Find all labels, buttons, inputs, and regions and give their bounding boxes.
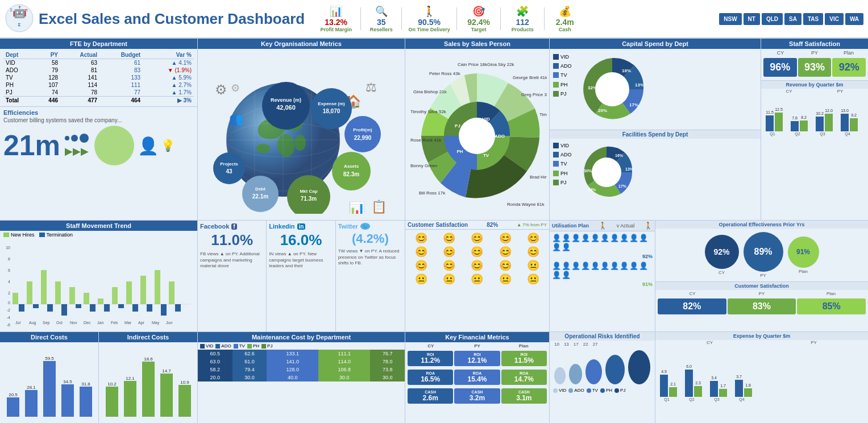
nav-qld[interactable]: QLD xyxy=(762,13,783,25)
linkedin-label: Linkedin xyxy=(269,223,294,230)
svg-text:Gina Bishop 21k: Gina Bishop 21k xyxy=(413,89,447,94)
twitter-panel: Twitter 🐦 (4.2%) TW views ▼ on PY. A red… xyxy=(336,221,405,331)
svg-text:Profit(m): Profit(m) xyxy=(353,127,372,132)
svg-rect-90 xyxy=(841,114,849,131)
svg-point-47 xyxy=(459,118,495,154)
svg-text:43: 43 xyxy=(226,168,232,175)
svg-text:-6: -6 xyxy=(7,323,10,327)
maintenance-section: Maintenance Cost by Department VID ADO T… xyxy=(198,332,405,423)
fte-section: FTE by Department Dept PY Actual Budget … xyxy=(0,39,198,220)
svg-text:2.1: 2.1 xyxy=(670,382,676,386)
face-happy: 😊 xyxy=(408,232,434,244)
staff-movement-section: Staff Movement Trend New Hires Terminati… xyxy=(0,221,198,331)
svg-text:May: May xyxy=(152,321,160,325)
twitter-icon: 🐦 xyxy=(360,223,370,230)
risk-values: 1013172227 xyxy=(550,341,655,348)
legend-vid: VID xyxy=(553,52,572,61)
svg-text:13%: 13% xyxy=(635,82,644,88)
svg-text:VID: VID xyxy=(482,117,490,122)
risk-bubble-5 xyxy=(628,350,650,384)
svg-text:34.5: 34.5 xyxy=(63,379,72,384)
face-happy: 😊 xyxy=(520,246,547,258)
svg-text:Jul: Jul xyxy=(15,321,20,325)
face-happy: 😊 xyxy=(435,232,462,244)
csat-py-val: 83% xyxy=(729,301,795,312)
nav-wa[interactable]: WA xyxy=(845,13,863,25)
svg-text:18,070: 18,070 xyxy=(323,108,340,114)
risk-bubble-3 xyxy=(585,359,602,384)
svg-text:8: 8 xyxy=(8,257,10,261)
facilities-title: Facilities Spend by Dept xyxy=(550,130,761,139)
arrow-icon: ▶▶▶ xyxy=(65,145,89,157)
svg-text:Q1: Q1 xyxy=(770,132,775,136)
face-happy: 😊 xyxy=(435,259,462,272)
legend-ph: PH xyxy=(553,80,572,89)
svg-text:3.4: 3.4 xyxy=(711,376,717,380)
svg-rect-117 xyxy=(76,304,81,308)
kpi-profit-margin: 📊 13.2% Profit Margin xyxy=(316,5,356,32)
header-title: Excel Sales and Customer Dashboard xyxy=(39,10,305,28)
svg-text:4.9: 4.9 xyxy=(661,370,667,374)
svg-rect-178 xyxy=(685,370,693,397)
nav-vic[interactable]: VIC xyxy=(825,13,844,25)
svg-point-66 xyxy=(595,72,629,106)
svg-rect-112 xyxy=(41,270,47,304)
expense-quarter-section: Expense by Quarter $m CYPY 4.9 2.1 6.0 2… xyxy=(655,332,868,423)
svg-text:16%: 16% xyxy=(615,154,624,157)
staff-satisfaction-section: Staff Satisfaction CYPYPlan 96% 93% 92% … xyxy=(761,39,868,220)
nav-sa[interactable]: SA xyxy=(784,13,801,25)
nav-nsw[interactable]: NSW xyxy=(719,13,741,25)
kpi-resellers-value: 35 xyxy=(366,18,397,27)
svg-text:18%: 18% xyxy=(622,68,631,73)
kpi-resellers-label: Resellers xyxy=(366,27,397,32)
svg-rect-121 xyxy=(104,304,110,312)
dashboard: 🤖 Σ π Σ Excel Sales and Customer Dashboa… xyxy=(0,0,868,423)
svg-rect-123 xyxy=(118,304,124,308)
svg-rect-110 xyxy=(27,281,32,304)
svg-text:⚙: ⚙ xyxy=(215,82,227,97)
csat-plan-val: 85% xyxy=(798,301,865,312)
tw-pct: (4.2%) xyxy=(338,231,402,246)
maint-row: 20.0 30.0 40.0 30.0 30.0 xyxy=(198,374,405,381)
util-title: Utilisation Plan xyxy=(552,223,589,229)
svg-text:12.5: 12.5 xyxy=(775,107,783,111)
face-neutral: 😐 xyxy=(464,273,491,285)
svg-text:ADO: ADO xyxy=(495,134,505,139)
svg-text:10: 10 xyxy=(6,246,10,250)
svg-rect-84 xyxy=(800,121,808,131)
big-number: 21m xyxy=(3,131,60,160)
svg-text:Q2: Q2 xyxy=(795,132,800,136)
fte-title: FTE by Department xyxy=(0,39,197,49)
svg-rect-150 xyxy=(61,384,74,417)
svg-text:2.3: 2.3 xyxy=(695,381,701,385)
util-icon1: 🚶 xyxy=(599,222,607,230)
svg-rect-167 xyxy=(178,385,191,417)
social-section: Facebook f 11.0% FB views ▲ on PY. Addit… xyxy=(198,221,405,331)
csat-py-box: 83% xyxy=(728,298,796,314)
kpi-target-value: 92.4% xyxy=(462,18,496,27)
legend-ado: ADO xyxy=(553,61,572,70)
svg-text:Revenue (m): Revenue (m) xyxy=(271,97,301,103)
cust-satisfaction-section: Customer Satisfaction 82% ▲ 7% from PY 😊… xyxy=(405,221,550,331)
utilisation-people: 👤👤 👤👤 👤👤 👤👤 👤👤 👤👤 xyxy=(550,231,655,254)
fac-legend-pj: PJ xyxy=(553,178,572,187)
col-py: PY xyxy=(35,51,60,59)
customer-faces-grid: 😊 😊 😊 😊 😊 😊 😊 😊 😊 😊 😊 😊 😊 😊 😐 😐 😐 😐 xyxy=(405,230,549,288)
svg-rect-92 xyxy=(850,118,858,131)
svg-rect-108 xyxy=(13,293,18,304)
svg-text:Brad Hind 35k: Brad Hind 35k xyxy=(530,175,547,180)
svg-rect-80 xyxy=(775,113,783,131)
dot-lg xyxy=(80,134,89,143)
svg-text:-2: -2 xyxy=(7,308,10,312)
utilisation-section: Utilisation Plan 🚶 v Actual 🚶 👤👤 👤👤 👤👤 👤… xyxy=(550,221,655,331)
maint-row: 63.0 61.0 141.0 114.0 78.0 xyxy=(198,358,405,366)
svg-rect-127 xyxy=(147,304,152,312)
org-metrics-chart: ⚙ ⚙ 👥 🏠 ⚖ 📊 📋 xyxy=(198,49,405,214)
svg-text:Mar: Mar xyxy=(124,321,132,325)
nav-nt[interactable]: NT xyxy=(744,13,760,25)
nav-tas[interactable]: TAS xyxy=(803,13,823,25)
sat-cy-box: 96% xyxy=(763,58,797,77)
revenue-quarter-chart: 11.5 12.5 7.8 8.2 10.2 12.0 xyxy=(761,94,866,139)
fte-table: Dept PY Actual Budget Var % VID586361▲ 4… xyxy=(3,51,194,104)
op-cy: 92% CY xyxy=(705,235,739,275)
